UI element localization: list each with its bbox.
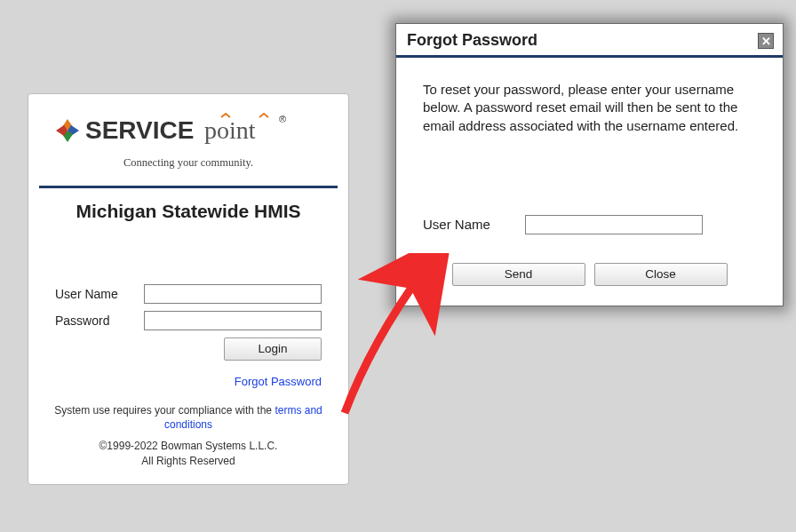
brand-point-text: point	[204, 116, 256, 144]
logo: SERVICE point ® Connecting your communit…	[28, 94, 348, 186]
close-icon[interactable]: ✕	[758, 33, 774, 49]
dialog-username-row: User Name	[423, 215, 756, 234]
compliance-text: System use requires your compliance with…	[46, 403, 330, 432]
copyright-line1: ©1999-2022 Bowman Systems L.L.C.	[100, 440, 278, 452]
dialog-header: Forgot Password ✕	[396, 24, 783, 58]
servicepoint-logo-icon: SERVICE point ®	[55, 112, 322, 149]
dialog-instructions: To reset your password, please enter you…	[423, 81, 756, 135]
system-title: Michigan Statewide HMIS	[39, 201, 338, 222]
dialog-username-input[interactable]	[525, 215, 703, 234]
dialog-username-label: User Name	[423, 217, 525, 232]
forgot-password-link[interactable]: Forgot Password	[235, 375, 322, 388]
password-label: Password	[55, 314, 144, 328]
login-button[interactable]: Login	[224, 337, 322, 361]
svg-text:®: ®	[279, 114, 286, 124]
password-input[interactable]	[144, 311, 322, 330]
close-button[interactable]: Close	[594, 263, 728, 286]
dialog-title: Forgot Password	[407, 31, 537, 50]
brand-service-text: SERVICE	[85, 116, 194, 144]
username-row: User Name	[55, 284, 322, 304]
copyright: ©1999-2022 Bowman Systems L.L.C. All Rig…	[46, 439, 330, 467]
copyright-line2: All Rights Reserved	[141, 455, 235, 467]
password-row: Password	[55, 311, 322, 330]
compliance-prefix: System use requires your compliance with…	[54, 404, 275, 417]
username-input[interactable]	[144, 284, 322, 304]
send-button[interactable]: Send	[452, 263, 585, 286]
login-form: User Name Password Login Forgot Password	[28, 284, 348, 389]
login-card: SERVICE point ® Connecting your communit…	[28, 93, 349, 485]
tagline: Connecting your community.	[37, 156, 339, 170]
divider	[39, 186, 338, 188]
forgot-password-dialog: Forgot Password ✕ To reset your password…	[395, 23, 784, 306]
username-label: User Name	[55, 287, 144, 301]
